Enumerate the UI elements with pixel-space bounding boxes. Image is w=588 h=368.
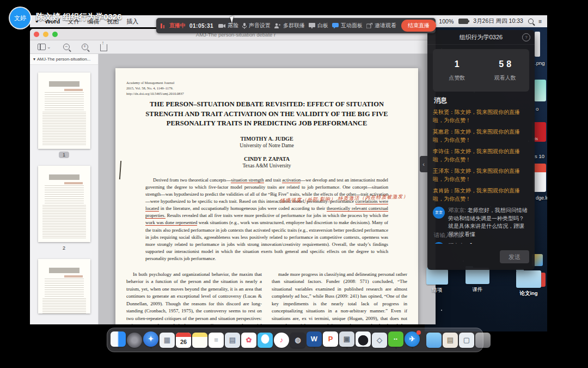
battery-icon — [458, 19, 468, 24]
page-thumbnail[interactable]: 2 — [30, 166, 98, 251]
desktop-s10-label[interactable]: s 10 — [535, 153, 544, 159]
dock-archive-icon[interactable]: ▤ — [443, 333, 458, 348]
stream-title: 陈文婷 组织行为学0326 — [36, 12, 122, 22]
live-status: 直播中 — [169, 22, 186, 29]
dock-reminders-icon[interactable]: ≡ — [209, 333, 224, 348]
desktop-folder-jiexiang[interactable]: 结项 — [426, 269, 448, 294]
body-column-left: In both psychology and organizational be… — [126, 271, 262, 324]
dock-wechat-icon[interactable]: •• — [388, 331, 403, 347]
chat-avatar[interactable]: 京京 — [433, 207, 445, 219]
menu-insert[interactable]: 插入 — [126, 17, 138, 26]
thumbnail-list: 12 — [30, 73, 98, 313]
sidebar-header[interactable]: ▾ AMJ-The person-situation... — [30, 54, 98, 65]
send-button[interactable]: 发送 — [500, 250, 529, 263]
desktop-folder-kejian[interactable]: 课件 — [465, 268, 489, 293]
dock-parallels-icon[interactable]: ◍ — [290, 333, 305, 348]
thumbnail-image[interactable] — [38, 166, 90, 242]
dock-calendar-icon[interactable]: 26 — [176, 333, 191, 348]
chat-bubble-icon — [332, 23, 339, 28]
dock-screen-share-icon[interactable]: ◇ — [372, 333, 387, 348]
dock-launchpad-icon[interactable] — [127, 333, 142, 348]
panel-collapse-button[interactable]: ‹ — [420, 156, 427, 172]
abstract-segment: in the literature, and occupationally ho… — [159, 206, 327, 211]
help-icon[interactable]: ? — [522, 33, 530, 41]
maximize-window-button[interactable] — [52, 32, 58, 37]
desktop-teal-file-icon[interactable] — [534, 80, 546, 101]
page-thumbnail[interactable]: 1 — [30, 73, 98, 158]
notification-center-icon[interactable]: ≡ — [538, 18, 542, 25]
praise-message: 王泽东：陈文婷，我来围观你的直播啦，为你点赞！ — [433, 167, 529, 183]
folder-icon — [426, 269, 448, 285]
battery-percent: 100% — [439, 18, 454, 25]
page-number: 1 — [59, 152, 69, 158]
dock-dingtalk-icon[interactable]: ✈ — [405, 331, 420, 347]
external-link-icon — [366, 23, 372, 28]
preview-window: AMJ-The person-situation debate r ⌄ − + … — [30, 29, 436, 324]
interactive-panel-button[interactable]: 互动面板 — [332, 22, 363, 29]
likes-stat: 1 点赞数 — [433, 49, 481, 92]
pdf-page[interactable]: Academy of Management Journal 2015, Vol.… — [115, 68, 418, 324]
dock-preview-icon[interactable]: ▦ — [160, 333, 175, 348]
close-window-button[interactable] — [34, 32, 39, 37]
desktop-file-sliver-icon[interactable] — [535, 32, 540, 57]
dock-trash-icon[interactable] — [475, 333, 491, 348]
end-live-button[interactable]: 结束直播 — [401, 20, 436, 32]
chat-avatar[interactable]: 京京 — [433, 242, 445, 244]
desktop-folder-lunwen[interactable]: 论文ing — [516, 270, 541, 297]
abstract-text: Derived from two theoretical concepts—si… — [145, 177, 388, 262]
dock-photos-icon[interactable]: ✿ — [241, 333, 256, 348]
dock-word-icon[interactable]: W — [307, 331, 322, 347]
dock-pdf-expert-icon[interactable]: P — [323, 331, 338, 347]
abstract-segment: Results revealed that all five traits we… — [166, 213, 388, 218]
multi-group-button[interactable]: 多群联播 — [274, 22, 305, 29]
desktop-edge-lnk-label[interactable]: dge.lnk — [536, 195, 547, 201]
dock-music-icon[interactable]: ♪ — [274, 333, 289, 348]
dock-image-capture-icon[interactable]: ▤ — [225, 333, 240, 348]
window-toolbar: ⌄ − + — [30, 40, 436, 54]
sidebar-caret-icon[interactable]: ▾ — [33, 57, 35, 62]
minimize-window-button[interactable] — [43, 32, 48, 37]
dock: ✦▦26≡▤✿♪◍WP▣◇••✈▤▢ — [107, 328, 483, 352]
desktop-document-icon[interactable] — [533, 164, 546, 192]
live-interaction-panel: 组织行为学0326 ? 1 点赞数 58 观看人数 消息 吴秋贤：陈文婷，我来围… — [427, 30, 535, 270]
thumbnail-image[interactable] — [38, 259, 90, 313]
thumbnail-image[interactable] — [38, 73, 90, 149]
camera-button[interactable]: 露脸 — [218, 22, 238, 29]
audio-settings-button[interactable]: 声音设置 — [242, 22, 271, 29]
chat-text: 难 — [468, 243, 473, 244]
camera-icon — [218, 23, 225, 28]
dock-messages-icon[interactable] — [258, 333, 273, 348]
dock-safari-icon[interactable]: ✦ — [143, 331, 158, 347]
whiteboard-icon — [309, 23, 315, 28]
message-list[interactable]: 吴秋贤：陈文婷，我来围观你的直播啦，为你点赞！莫惠君：陈文婷，我来围观你的直播啦… — [427, 108, 535, 244]
dock-folder-blue-icon[interactable] — [426, 333, 442, 348]
sidebar-view-button[interactable]: ⌄ — [38, 44, 51, 50]
chat-input[interactable]: 请输入消息 — [434, 232, 463, 239]
streamer-avatar[interactable]: 文婷 — [10, 8, 30, 28]
messages-header: 消息 — [434, 96, 528, 105]
underlined-phrase: activation — [282, 177, 301, 183]
stream-toolbar: 直播中 01:05:31 露脸 声音设置 多群联播 白板 互动面板 邀请观看 结… — [156, 18, 436, 33]
share-button[interactable] — [100, 44, 107, 51]
desktop-png-label[interactable]: .png — [535, 60, 545, 66]
whiteboard-button[interactable]: 白板 — [309, 22, 328, 29]
viewers-label: 观看人数 — [494, 74, 516, 82]
abstract-segment: Derived from two theoretical concepts— — [153, 177, 231, 183]
dock-notes-icon[interactable] — [192, 333, 207, 348]
dock-downloads-icon[interactable]: ▢ — [459, 333, 474, 348]
live-stats-card: 1 点赞数 58 观看人数 — [433, 49, 529, 92]
spotlight-icon[interactable] — [528, 19, 534, 24]
microphone-icon — [242, 23, 247, 29]
paper-title: THE PERSON–SITUATION DEBATE REVISITED: E… — [139, 100, 395, 129]
dock-finder-icon[interactable] — [111, 331, 126, 347]
dock-screenshot-icon[interactable]: ▣ — [339, 331, 354, 347]
panel-title-bar: 组织行为学0326 ? — [427, 30, 535, 45]
zoom-in-button[interactable]: + — [82, 44, 88, 50]
zoom-out-button[interactable]: − — [63, 44, 70, 50]
abstract-segment: and trait — [264, 177, 283, 183]
page-thumbnail[interactable] — [30, 259, 98, 313]
invite-viewers-button[interactable]: 邀请观看 — [366, 22, 396, 29]
desktop-o-label[interactable]: o — [536, 106, 538, 112]
menubar-clock[interactable]: 3月26日 周四 10:33 — [473, 17, 523, 25]
dock-qq-icon[interactable] — [356, 331, 371, 347]
